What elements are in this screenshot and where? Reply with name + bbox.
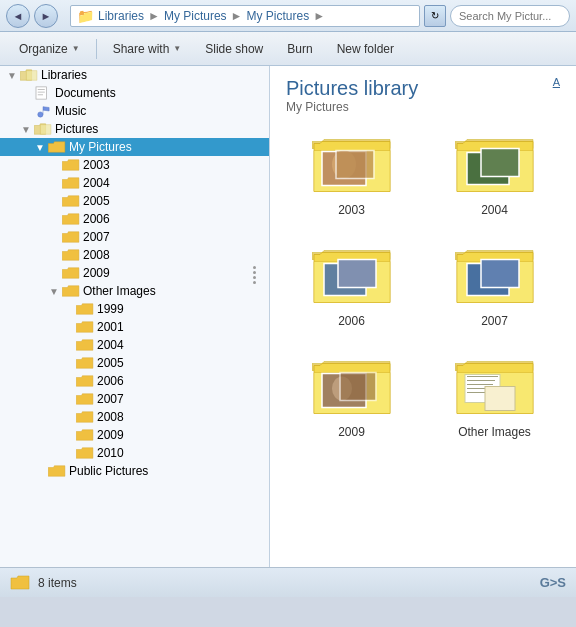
sidebar-item-y2004[interactable]: 2004 xyxy=(0,174,269,192)
tree-label: 1999 xyxy=(97,302,124,316)
address-path[interactable]: 📁 Libraries ► My Pictures ► My Pictures … xyxy=(70,5,420,27)
sidebar-item-publicpictures[interactable]: Public Pictures xyxy=(0,462,269,480)
sidebar-item-documents[interactable]: Documents xyxy=(0,84,269,102)
sidebar-item-y2003[interactable]: 2003 xyxy=(0,156,269,174)
tree-label: Libraries xyxy=(41,68,87,82)
folder-item-f2009[interactable]: 2009 xyxy=(290,350,413,445)
tree-label: Pictures xyxy=(55,122,98,136)
refresh-button[interactable]: ↻ xyxy=(424,5,446,27)
sidebar-item-pictures[interactable]: ▼ Pictures xyxy=(0,120,269,138)
share-with-button[interactable]: Share with ▼ xyxy=(102,36,193,62)
folder-icon-small: 📁 xyxy=(77,8,94,24)
folder-thumbnail xyxy=(312,356,392,421)
folder-item-f2007[interactable]: 2007 xyxy=(433,239,556,334)
tree-folder-icon xyxy=(76,392,94,406)
address-bar: ◄ ► 📁 Libraries ► My Pictures ► My Pictu… xyxy=(0,0,576,32)
sidebar-item-y2006[interactable]: 2006 xyxy=(0,210,269,228)
tree-folder-icon xyxy=(76,320,94,334)
divider-dot xyxy=(253,271,256,274)
toolbar-separator-1 xyxy=(96,39,97,59)
snap-logo: G>S xyxy=(540,575,566,590)
svg-rect-9 xyxy=(481,149,519,177)
share-arrow: ▼ xyxy=(173,44,181,53)
folder-thumbnail xyxy=(455,245,535,310)
svg-rect-23 xyxy=(485,387,515,411)
sidebar-item-oi2009[interactable]: 2009 xyxy=(0,426,269,444)
tree-label: 2005 xyxy=(83,194,110,208)
sidebar-item-y2007[interactable]: 2007 xyxy=(0,228,269,246)
sidebar-item-mypictures[interactable]: ▼ My Pictures xyxy=(0,138,269,156)
organize-button[interactable]: Organize ▼ xyxy=(8,36,91,62)
tree-folder-icon xyxy=(62,176,80,190)
tree-label: 2009 xyxy=(97,428,124,442)
tree-folder-icon xyxy=(20,68,38,82)
back-button[interactable]: ◄ xyxy=(6,4,30,28)
sidebar-item-oi2008[interactable]: 2008 xyxy=(0,408,269,426)
sidebar-item-libraries[interactable]: ▼ Libraries xyxy=(0,66,269,84)
tree-label: 2009 xyxy=(83,266,110,280)
tree-label: 2010 xyxy=(97,446,124,460)
sidebar-item-oi2006[interactable]: 2006 xyxy=(0,372,269,390)
path-pictures[interactable]: My Pictures xyxy=(164,9,227,23)
tree-label: 2008 xyxy=(97,410,124,424)
sidebar-item-y2005[interactable]: 2005 xyxy=(0,192,269,210)
tree-label: Documents xyxy=(55,86,116,100)
tree-folder-icon xyxy=(34,86,52,100)
folder-label: 2003 xyxy=(338,203,365,217)
sidebar-item-music[interactable]: Music xyxy=(0,102,269,120)
tree-expander[interactable]: ▼ xyxy=(4,70,20,81)
folder-item-fotherimages[interactable]: Other Images xyxy=(433,350,556,445)
status-folder-icon xyxy=(10,573,30,593)
tree-folder-icon xyxy=(34,122,52,136)
tree-label: 2005 xyxy=(97,356,124,370)
organize-arrow: ▼ xyxy=(72,44,80,53)
slideshow-button[interactable]: Slide show xyxy=(194,36,274,62)
tree-label: 2007 xyxy=(83,230,110,244)
folder-label: 2007 xyxy=(481,314,508,328)
tree-folder-icon xyxy=(62,158,80,172)
sidebar-item-otherimages[interactable]: ▼ Other Images xyxy=(0,282,269,300)
tree-expander[interactable]: ▼ xyxy=(18,124,34,135)
svg-rect-7 xyxy=(336,151,374,179)
sidebar-item-oi2004[interactable]: 2004 xyxy=(0,336,269,354)
divider-dot xyxy=(253,276,256,279)
folder-grid: 2003 2004 2006 xyxy=(286,124,560,449)
tree-folder-icon xyxy=(76,410,94,424)
new-folder-button[interactable]: New folder xyxy=(326,36,405,62)
sidebar-divider-handle[interactable] xyxy=(253,266,256,284)
tree-label: 2003 xyxy=(83,158,110,172)
sidebar-item-oi1999[interactable]: 1999 xyxy=(0,300,269,318)
folder-label: 2009 xyxy=(338,425,365,439)
sidebar-item-oi2007[interactable]: 2007 xyxy=(0,390,269,408)
folder-label: 2004 xyxy=(481,203,508,217)
folder-item-f2004[interactable]: 2004 xyxy=(433,128,556,223)
tree-folder-icon xyxy=(76,338,94,352)
sidebar-item-oi2005[interactable]: 2005 xyxy=(0,354,269,372)
burn-button[interactable]: Burn xyxy=(276,36,323,62)
svg-rect-0 xyxy=(36,87,47,99)
sidebar-item-oi2010[interactable]: 2010 xyxy=(0,444,269,462)
tree-label: Other Images xyxy=(83,284,156,298)
sidebar-item-y2008[interactable]: 2008 xyxy=(0,246,269,264)
tree-label: Public Pictures xyxy=(69,464,148,478)
folder-thumbnail xyxy=(455,134,535,199)
path-libraries[interactable]: Libraries xyxy=(98,9,144,23)
folder-item-f2006[interactable]: 2006 xyxy=(290,239,413,334)
arrange-by-button[interactable]: A xyxy=(553,76,560,88)
folder-thumbnail xyxy=(455,356,535,421)
tree-folder-icon xyxy=(76,428,94,442)
tree-expander[interactable]: ▼ xyxy=(46,286,62,297)
svg-rect-11 xyxy=(338,260,376,288)
sidebar-item-y2009[interactable]: 2009 xyxy=(0,264,269,282)
search-input[interactable] xyxy=(450,5,570,27)
folder-item-f2003[interactable]: 2003 xyxy=(290,128,413,223)
status-bar: 8 items G>S xyxy=(0,567,576,597)
tree-label: 2007 xyxy=(97,392,124,406)
forward-button[interactable]: ► xyxy=(34,4,58,28)
tree-label: 2004 xyxy=(83,176,110,190)
path-mypictures[interactable]: My Pictures xyxy=(247,9,310,23)
tree-label: 2008 xyxy=(83,248,110,262)
sidebar-item-oi2001[interactable]: 2001 xyxy=(0,318,269,336)
tree-expander[interactable]: ▼ xyxy=(32,142,48,153)
tree-folder-icon xyxy=(76,302,94,316)
